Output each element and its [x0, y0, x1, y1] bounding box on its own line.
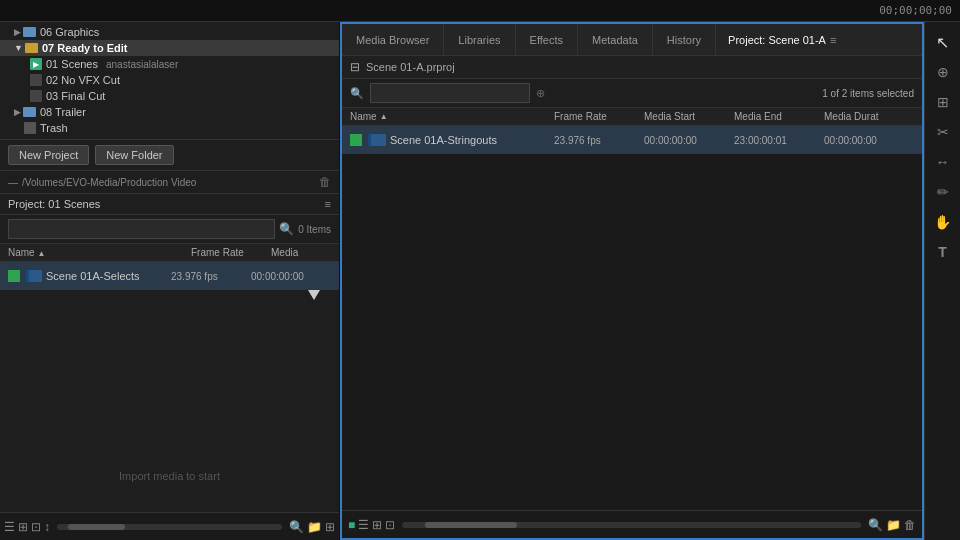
right-scrollbar[interactable]	[402, 522, 861, 528]
col-media-header[interactable]: Media	[271, 247, 331, 258]
right-col-headers: Name▲ Frame Rate Media Start Media End M…	[342, 108, 922, 126]
left-media-item[interactable]: Scene 01A-Selects 23.976 fps 00:00:00:00	[0, 262, 339, 290]
search-icon[interactable]: 🔍	[279, 222, 294, 236]
tree-item-ready-to-edit[interactable]: ▼ 07 Ready to Edit	[0, 40, 339, 56]
path-row: — /Volumes/EVO-Media/Production Video 🗑	[0, 171, 339, 194]
tab-media-browser[interactable]: Media Browser	[342, 24, 444, 55]
project-menu-icon[interactable]: ≡	[325, 198, 331, 210]
chevron-right-icon: ▶	[14, 107, 21, 117]
rm-name: Scene 01A-Stringouts	[390, 134, 554, 146]
tree-item-label: 03 Final Cut	[46, 90, 105, 102]
bin-icon: ▶	[30, 58, 42, 70]
button-row: New Project New Folder	[0, 140, 339, 171]
tree-item-03-final[interactable]: 03 Final Cut	[0, 88, 339, 104]
right-content-area: Scene 01A-Stringouts 23.976 fps 00:00:00…	[342, 126, 922, 510]
tree-item-label: 01 Scenes	[46, 58, 98, 70]
right-icon-grid[interactable]: ⊞	[372, 518, 382, 532]
rm-clip-icon	[368, 134, 386, 146]
left-content-area: Scene 01A-Selects 23.976 fps 00:00:00:00…	[0, 262, 339, 512]
icon-settings[interactable]: ⊞	[325, 520, 335, 534]
tab-project-scene01a[interactable]: Project: Scene 01-A ≡	[718, 24, 846, 55]
tool-text[interactable]: T	[929, 238, 957, 266]
items-count: 0 Items	[298, 224, 331, 235]
icon-folder[interactable]: 📁	[307, 520, 322, 534]
right-media-item[interactable]: Scene 01A-Stringouts 23.976 fps 00:00:00…	[342, 126, 922, 154]
project-header: Project: 01 Scenes ≡	[0, 194, 339, 215]
top-bar: 00;00;00;00	[0, 0, 960, 22]
right-icon-delete[interactable]: 🗑	[904, 518, 916, 532]
timecode-display: 00;00;00;00	[879, 4, 952, 17]
tree-item-label: 02 No VFX Cut	[46, 74, 120, 86]
rc-start-header[interactable]: Media Start	[644, 111, 734, 122]
tabs-row: Media Browser Libraries Effects Metadata…	[342, 24, 922, 56]
col-name-header[interactable]: Name ▲	[8, 247, 191, 258]
right-icon-folder[interactable]: 📁	[886, 518, 901, 532]
breadcrumb-row: ⊟ Scene 01-A.prproj	[342, 56, 922, 79]
right-bottom-toolbar: ■ ☰ ⊞ ⊡ 🔍 📁 🗑	[342, 510, 922, 538]
media-item-fps: 23.976 fps	[171, 271, 251, 282]
tool-hand[interactable]: ✋	[929, 208, 957, 236]
folder-icon-blue	[23, 107, 36, 117]
tree-item-label: 06 Graphics	[40, 26, 99, 38]
tab-history[interactable]: History	[653, 24, 716, 55]
clip-icon	[26, 270, 42, 282]
right-icon-color[interactable]: ■	[348, 518, 355, 532]
left-scrollbar[interactable]	[57, 524, 282, 530]
tree-item-graphics[interactable]: ▶ 06 Graphics	[0, 24, 339, 40]
tab-libraries[interactable]: Libraries	[444, 24, 515, 55]
icon-sort[interactable]: ↕	[44, 520, 50, 534]
tab-effects[interactable]: Effects	[516, 24, 578, 55]
rc-end-header[interactable]: Media End	[734, 111, 824, 122]
tree-item-label: 07 Ready to Edit	[42, 42, 128, 54]
right-search-input[interactable]	[370, 83, 530, 103]
right-scrollbar-thumb	[425, 522, 517, 528]
delete-path-icon[interactable]: 🗑	[319, 175, 331, 189]
center-panel: Media Browser Libraries Effects Metadata…	[340, 22, 924, 540]
tool-pen[interactable]: ✏	[929, 178, 957, 206]
rc-fps-header[interactable]: Frame Rate	[554, 111, 644, 122]
new-project-button[interactable]: New Project	[8, 145, 89, 165]
new-folder-button[interactable]: New Folder	[95, 145, 173, 165]
cursor-indicator	[308, 290, 324, 310]
tool-ripple[interactable]: ⊕	[929, 58, 957, 86]
tree-item-label: 08 Trailer	[40, 106, 86, 118]
icon-grid-view[interactable]: ⊞	[18, 520, 28, 534]
rm-start: 00:00:00:00	[644, 135, 734, 146]
rc-dur-header[interactable]: Media Durat	[824, 111, 914, 122]
trash-tree-icon	[24, 122, 36, 134]
media-item-start: 00:00:00:00	[251, 271, 331, 282]
left-col-headers: Name ▲ Frame Rate Media	[0, 244, 339, 262]
left-scrollbar-thumb	[68, 524, 124, 530]
tree-item-02-no-vfx[interactable]: 02 No VFX Cut	[0, 72, 339, 88]
right-icon-freeform[interactable]: ⊡	[385, 518, 395, 532]
right-icon-search[interactable]: 🔍	[868, 518, 883, 532]
tool-cursor[interactable]: ↖	[929, 28, 957, 56]
project-tab-label: Project: Scene 01-A	[728, 34, 826, 46]
tool-zoom[interactable]: ⊞	[929, 88, 957, 116]
rc-name-header[interactable]: Name▲	[350, 111, 554, 122]
tree-item-trash[interactable]: Trash	[0, 120, 339, 136]
file-tree: ▶ 06 Graphics ▼ 07 Ready to Edit ▶ 01 Sc…	[0, 22, 339, 140]
tool-slip[interactable]: ↔	[929, 148, 957, 176]
left-panel: ▶ 06 Graphics ▼ 07 Ready to Edit ▶ 01 Sc…	[0, 22, 340, 540]
right-filter-icon[interactable]: ⊕	[536, 87, 545, 100]
tree-item-01-scenes[interactable]: ▶ 01 Scenes anastasialalaser	[0, 56, 339, 72]
path-text: /Volumes/EVO-Media/Production Video	[22, 177, 315, 188]
icon-search[interactable]: 🔍	[289, 520, 304, 534]
tab-metadata[interactable]: Metadata	[578, 24, 653, 55]
bin-icon	[30, 74, 42, 86]
left-search-input[interactable]	[8, 219, 275, 239]
rm-fps: 23.976 fps	[554, 135, 644, 146]
tool-razor[interactable]: ✂	[929, 118, 957, 146]
tree-item-label: Trash	[40, 122, 68, 134]
project-tab-menu-icon[interactable]: ≡	[830, 34, 836, 46]
chevron-right-icon: ▶	[14, 27, 21, 37]
col-framerate-header[interactable]: Frame Rate	[191, 247, 271, 258]
right-items-count: 1 of 2 items selected	[822, 88, 914, 99]
icon-list-view[interactable]: ☰	[4, 520, 15, 534]
right-search-row: 🔍 ⊕ 1 of 2 items selected	[342, 79, 922, 108]
tree-item-08-trailer[interactable]: ▶ 08 Trailer	[0, 104, 339, 120]
project-title: Project: 01 Scenes	[8, 198, 321, 210]
icon-freeform[interactable]: ⊡	[31, 520, 41, 534]
right-icon-list[interactable]: ☰	[358, 518, 369, 532]
